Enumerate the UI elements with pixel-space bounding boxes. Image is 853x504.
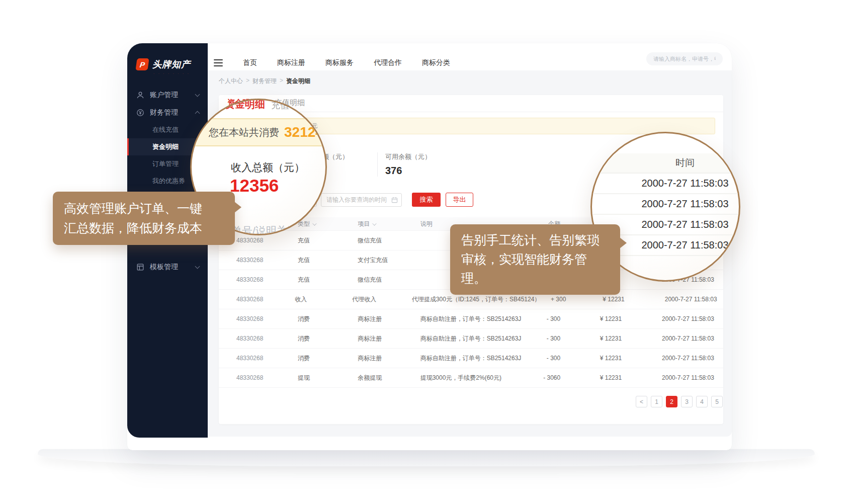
brand-tagline: · · · · · · · ·	[153, 72, 208, 75]
column-header[interactable]: 类型	[298, 220, 358, 228]
magnified-time-cell: 2000-7-27 11:58:03	[590, 174, 740, 194]
cell-item: 余额提现	[358, 374, 420, 382]
sidebar-item[interactable]: 财务管理	[127, 104, 208, 121]
cell-order: 48330268	[236, 237, 298, 244]
cell-balance: ¥ 12231	[560, 315, 622, 322]
cell-item: 微信充值	[358, 236, 420, 245]
cell-amount: - 300	[526, 335, 561, 342]
cell-order: 48330268	[236, 355, 298, 362]
stat-value: 376	[385, 165, 458, 177]
cell-balance: ¥ 12231	[560, 374, 622, 381]
hamburger-icon[interactable]	[214, 59, 223, 66]
cell-balance: ¥ 12231	[560, 335, 622, 342]
cell-order: 48330268	[236, 296, 295, 303]
cell-desc: 商标自助注册，订单号：SB2514263J	[420, 354, 526, 363]
chevron-down-icon	[195, 264, 200, 269]
cell-type: 消费	[298, 334, 358, 343]
sidebar-subitem[interactable]: 在线充值	[127, 121, 208, 138]
top-menu: 首页商标注册商标服务代理合作商标分类	[243, 58, 450, 67]
cell-balance: ¥ 12231	[566, 296, 624, 303]
page-button-3[interactable]: 3	[681, 396, 693, 407]
cell-time: 2000-7-27 11:58:03	[622, 374, 723, 381]
table-row: 48330268提现余额提现提现3000元，手续费2%(60元)- 3060¥ …	[219, 368, 723, 388]
cell-type: 充值	[298, 256, 358, 265]
export-button[interactable]: 导出	[446, 193, 473, 207]
page-button-1[interactable]: 1	[651, 396, 662, 407]
cell-time: 2000-7-27 11:58:03	[625, 296, 723, 303]
cell-item: 商标注册	[358, 315, 420, 323]
magnified-banner: 您在本站共消费 32124	[190, 118, 327, 146]
cell-order: 48330268	[236, 276, 298, 283]
search-button[interactable]: 搜索	[412, 193, 441, 207]
sidebar-item-label: 账户管理	[150, 91, 178, 100]
cell-order: 48330268	[236, 335, 298, 342]
cell-time: 2000-7-27 11:58:03	[622, 335, 723, 342]
cell-order: 48330268	[236, 315, 298, 322]
sidebar-item[interactable]: 账户管理	[127, 86, 208, 104]
stat-available-balance: 可用余额（元） 376	[377, 152, 458, 177]
callout-left: 高效管理账户订单、一键 汇总数据，降低财务成本	[53, 192, 235, 245]
magnified-stat-value: 12356	[230, 176, 279, 196]
cell-item: 商标注册	[358, 334, 420, 343]
trademark-search-input[interactable]	[646, 52, 723, 65]
sort-caret-icon[interactable]	[372, 221, 376, 225]
laptop-base	[38, 449, 815, 466]
cell-order: 48330268	[236, 374, 298, 381]
breadcrumb-separator: >	[246, 77, 249, 86]
breadcrumb-separator: >	[280, 77, 283, 86]
brand-logo-icon: P	[135, 58, 149, 70]
sidebar-item-label: 财务管理	[150, 108, 178, 117]
top-menu-item-2[interactable]: 商标注册	[277, 58, 305, 67]
sidebar-item[interactable]: 模板管理	[127, 258, 208, 276]
marketing-screenshot: P 头牌知产 · · · · · · · · 账户管理财务管理在线充值资金明细订…	[0, 0, 853, 504]
time-query-input[interactable]	[321, 193, 402, 207]
cell-desc: 商标自助注册，订单号：SB2514263J	[420, 334, 526, 343]
top-menu-item-5[interactable]: 商标分类	[422, 58, 450, 67]
cell-type: 充值	[298, 276, 358, 284]
page-prev-button[interactable]: <	[636, 396, 647, 407]
cell-balance: ¥ 12231	[560, 355, 622, 362]
magnified-time-cell: 2000-7-27 11:58:03	[590, 194, 740, 215]
cell-item: 商标注册	[358, 354, 420, 363]
top-menu-item-3[interactable]: 商标服务	[325, 58, 354, 67]
magnified-stat-label: 收入总额（元）	[231, 160, 305, 175]
cell-time: 2000-7-27 11:58:03	[622, 315, 723, 322]
table-row: 48330268消费商标注册商标自助注册，订单号：SB2514263J- 300…	[219, 329, 723, 349]
cell-type: 消费	[298, 354, 358, 363]
cell-item: 代理收入	[352, 295, 412, 304]
breadcrumb: 个人中心 > 财务管理 > 资金明细	[219, 77, 732, 86]
cell-amount: - 3060	[526, 374, 561, 381]
sidebar-item-label: 模板管理	[150, 263, 178, 272]
cell-desc: 代理提成300元（ID:1245，订单号：SB45124）	[412, 295, 533, 304]
callout-right: 告别手工统计、告别繁琐 审核，实现智能财务管 理。	[450, 224, 620, 295]
finance-icon	[136, 109, 144, 117]
brand-name: 头牌知产	[152, 58, 191, 70]
pagination: <12345>	[636, 396, 723, 407]
top-menu-item-1[interactable]: 首页	[243, 58, 257, 67]
cell-amount: - 300	[526, 315, 561, 322]
sort-caret-icon[interactable]	[312, 221, 316, 225]
page-button-2[interactable]: 2	[666, 396, 677, 407]
cell-desc: 商标自助注册，订单号：SB2514263J	[420, 315, 526, 323]
cell-type: 充值	[298, 236, 358, 245]
page-button-5[interactable]: 5	[711, 396, 723, 407]
column-header[interactable]: 项目	[358, 220, 420, 228]
cell-time: 2000-7-27 11:58:03	[622, 355, 723, 362]
top-menu-item-4[interactable]: 代理合作	[374, 58, 402, 67]
breadcrumb-item[interactable]: 财务管理	[252, 77, 277, 86]
magnified-banner-prefix: 您在本站共消费	[209, 126, 279, 139]
template-icon	[136, 263, 144, 271]
chevron-up-icon	[195, 111, 200, 116]
stat-label: 可用余额（元）	[385, 152, 458, 161]
breadcrumb-current: 资金明细	[286, 77, 310, 86]
cell-desc: 提现3000元，手续费2%(60元)	[420, 374, 526, 382]
page-button-4[interactable]: 4	[696, 396, 708, 407]
chevron-down-icon	[195, 92, 200, 97]
table-row: 48330268消费商标注册商标自助注册，订单号：SB2514263J- 300…	[219, 309, 723, 329]
cell-amount: + 300	[533, 296, 566, 303]
table-row: 48330268消费商标注册商标自助注册，订单号：SB2514263J- 300…	[219, 349, 723, 368]
cell-type: 提现	[298, 374, 358, 382]
cell-type: 收入	[295, 295, 352, 304]
cell-item: 支付宝充值	[358, 256, 420, 265]
breadcrumb-item[interactable]: 个人中心	[219, 77, 243, 86]
